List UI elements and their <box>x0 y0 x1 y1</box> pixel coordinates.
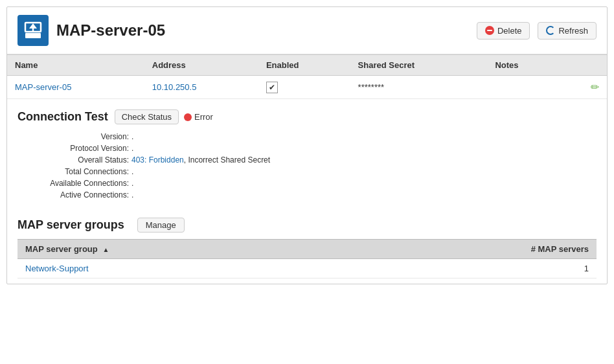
edit-pencil-icon[interactable]: ✏ <box>591 82 599 93</box>
enabled-checkbox[interactable]: ✔ <box>266 82 278 93</box>
manage-label: Manage <box>146 220 176 230</box>
col-map-servers: # MAP servers <box>350 240 597 259</box>
table-header-row: Name Address Enabled Shared Secret Notes <box>7 55 607 76</box>
col-group-name[interactable]: MAP server group ▲ <box>17 240 350 259</box>
svg-rect-0 <box>25 33 41 38</box>
col-enabled: Enabled <box>258 55 350 76</box>
group-count-cell: 1 <box>350 259 597 279</box>
server-table: Name Address Enabled Shared Secret Notes… <box>7 54 607 99</box>
protocol-version-label: Protocol Version: <box>28 144 131 153</box>
sort-arrow-icon: ▲ <box>102 246 109 253</box>
check-status-button[interactable]: Check Status <box>115 109 179 124</box>
groups-header: MAP server groups Manage <box>17 218 597 233</box>
checkmark-icon: ✔ <box>269 83 275 92</box>
server-address-link[interactable]: 10.10.250.5 <box>152 82 197 92</box>
available-connections-value: . <box>131 179 597 188</box>
overall-status-value: 403: Forbidden, Incorrect Shared Secret <box>131 155 597 165</box>
row-address: 10.10.250.5 <box>144 76 258 99</box>
groups-title: MAP server groups <box>17 218 124 232</box>
col-shared-secret: Shared Secret <box>350 55 488 76</box>
overall-status-label: Overall Status: <box>28 155 131 165</box>
check-status-label: Check Status <box>122 112 172 122</box>
delete-label: Delete <box>497 26 522 36</box>
col-map-servers-label: # MAP servers <box>531 244 589 254</box>
refresh-button[interactable]: Refresh <box>538 22 597 40</box>
groups-table-row: Network-Support 1 <box>17 259 597 279</box>
page-title: MAP-server-05 <box>56 21 469 40</box>
status-details: Version: . Protocol Version: . Overall S… <box>28 132 597 199</box>
delete-button[interactable]: Delete <box>477 22 530 40</box>
connection-test-title: Connection Test <box>17 110 108 124</box>
svg-marker-3 <box>29 23 37 28</box>
group-name-cell: Network-Support <box>17 259 350 279</box>
col-address: Address <box>144 55 258 76</box>
group-name-link[interactable]: Network-Support <box>25 264 89 273</box>
col-group-name-label: MAP server group <box>25 244 98 254</box>
total-connections-value: . <box>131 167 597 176</box>
error-status-text: Error <box>194 112 213 122</box>
map-server-groups-section: MAP server groups Manage MAP server grou… <box>7 210 607 284</box>
row-enabled: ✔ <box>258 76 350 99</box>
version-label: Version: <box>28 132 131 141</box>
row-shared-secret: ******** <box>350 76 488 99</box>
refresh-icon <box>546 26 555 35</box>
total-connections-label: Total Connections: <box>28 167 131 176</box>
status-link[interactable]: 403: Forbidden <box>131 155 184 165</box>
manage-button[interactable]: Manage <box>137 218 185 233</box>
page-header: MAP-server-05 Delete Refresh <box>7 7 607 54</box>
row-notes <box>487 76 561 99</box>
connection-test-header: Connection Test Check Status Error <box>17 109 597 124</box>
active-connections-label: Active Connections: <box>28 190 131 199</box>
col-notes: Notes <box>487 55 561 76</box>
server-name-link[interactable]: MAP-server-05 <box>15 82 71 92</box>
error-dot-icon <box>184 113 192 121</box>
groups-table: MAP server group ▲ # MAP servers Network… <box>17 239 597 279</box>
delete-icon <box>485 26 494 35</box>
active-connections-value: . <box>131 190 597 199</box>
protocol-version-value: . <box>131 144 597 153</box>
col-actions <box>562 55 607 76</box>
available-connections-label: Available Connections: <box>28 179 131 188</box>
table-row: MAP-server-05 10.10.250.5 ✔ ******** ✏ <box>7 76 607 99</box>
version-value: . <box>131 132 597 141</box>
refresh-label: Refresh <box>558 26 588 36</box>
row-edit: ✏ <box>562 76 607 99</box>
groups-header-row: MAP server group ▲ # MAP servers <box>17 240 597 259</box>
row-name: MAP-server-05 <box>7 76 144 99</box>
col-name: Name <box>7 55 144 76</box>
connection-test-section: Connection Test Check Status Error Versi… <box>7 99 607 210</box>
server-icon <box>17 15 49 46</box>
